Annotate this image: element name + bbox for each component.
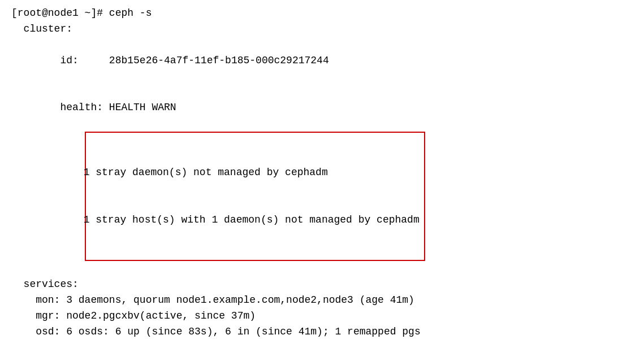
- mon-line: mon: 3 daemons, quorum node1.example.com…: [11, 293, 633, 308]
- warn-line-1: 1 stray daemon(s) not managed by cephadm: [84, 165, 420, 181]
- id-value: 28b15e26-4a7f-11ef-b185-000c29217244: [109, 55, 329, 66]
- warn-box: 1 stray daemon(s) not managed by cephadm…: [85, 132, 425, 261]
- mgr-line: mgr: node2.pgcxbv(active, since 37m): [11, 308, 633, 324]
- cluster-label: cluster:: [11, 21, 633, 37]
- health-line: health: HEALTH WARN: [11, 84, 633, 132]
- command-line-1: [root@node1 ~]# ceph -s: [11, 6, 633, 21]
- warn-indent: [11, 132, 85, 147]
- id-label: id:: [36, 55, 109, 66]
- services-label: services:: [11, 277, 633, 293]
- blank-2: [11, 340, 633, 348]
- blank-1: [11, 261, 633, 277]
- terminal: [root@node1 ~]# ceph -s cluster: id: 28b…: [0, 0, 644, 348]
- osd-line: osd: 6 osds: 6 up (since 83s), 6 in (sin…: [11, 324, 633, 340]
- health-label: health: HEALTH WARN: [36, 102, 176, 113]
- warn-line-2: 1 stray host(s) with 1 daemon(s) not man…: [84, 212, 420, 228]
- id-line: id: 28b15e26-4a7f-11ef-b185-000c29217244: [11, 37, 633, 85]
